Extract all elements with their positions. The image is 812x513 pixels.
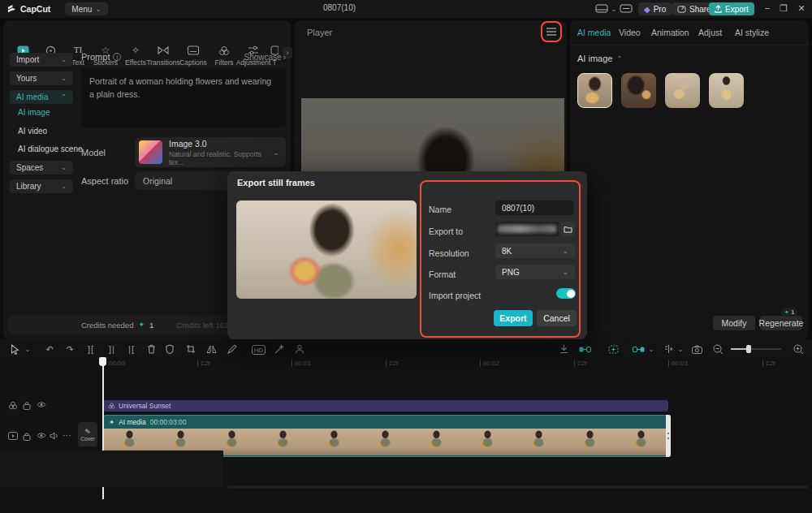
lock-icon[interactable] [23,401,31,410]
ruler-tick: 12f [386,360,398,367]
delete-right-icon[interactable]: |[ [125,343,138,356]
snapshot-camera-icon[interactable] [690,343,703,356]
name-input[interactable]: 0807(10) [495,200,574,215]
capcut-logo-icon [6,4,17,15]
dialog-cancel-button[interactable]: Cancel [537,310,577,326]
zoom-in-icon[interactable] [792,343,805,356]
track-head-footer [0,450,223,487]
dialog-export-button[interactable]: Export [494,310,533,326]
close-icon[interactable]: ✕ [793,3,810,14]
effect-icon [108,403,115,409]
showcase-link[interactable]: Showcase [244,53,282,62]
redo-icon[interactable]: ↷ [63,343,76,356]
info-icon: i [113,53,121,61]
mirror-icon[interactable] [205,343,218,356]
prompt-textarea[interactable]: Portrait of a woman holding flowers and … [81,68,286,128]
capcut-window: CapCut Menu⌄ 0807(10) ⌄ ◆Pro Share Expor… [0,0,812,513]
modify-button[interactable]: Modify [713,316,755,330]
upload-icon [715,5,722,13]
tab-ai-media[interactable]: AI media [577,28,611,37]
maximize-icon[interactable]: ❐ [775,3,792,14]
dialog-title: Export still frames [237,178,315,188]
crop-icon[interactable] [184,343,197,356]
browse-folder-button[interactable] [561,222,575,236]
sidebar-item-ai-video[interactable]: AI video [10,127,47,136]
chevron-down-icon[interactable]: ⌄ [674,343,687,356]
resolution-select[interactable]: 8K⌄ [495,244,575,258]
pen-icon[interactable] [226,343,239,356]
sidebar-item-ai-dialogue-scene[interactable]: AI dialogue scene [10,144,83,153]
preview-axis-icon[interactable] [662,343,675,356]
export-to-label: Export to [429,226,463,236]
hd-icon[interactable]: HD [252,345,266,355]
model-thumbnail [139,140,162,164]
tab-animation[interactable]: Animation [651,28,689,37]
magic-wand-icon[interactable] [273,343,286,356]
record-voiceover-icon[interactable] [557,343,570,356]
zoom-out-icon[interactable] [711,343,724,356]
sidebar-item-ai-media[interactable]: AI media⌃ [10,90,73,104]
keyframe-next-icon[interactable] [632,343,645,356]
sidebar-item-import[interactable]: Import⌄ [10,53,73,67]
sidebar-item-ai-image[interactable]: AI image [10,108,50,117]
mute-speaker-icon[interactable] [50,432,59,440]
split-icon[interactable]: ][ [84,343,97,356]
minimize-icon[interactable]: − [759,3,775,13]
effect-clip-universal-sunset[interactable]: Universal Sunset [103,400,668,412]
ruler-tick: 00:03 [668,360,688,367]
ai-image-section-label: AI image [577,54,612,63]
select-tool-icon[interactable] [8,343,21,356]
more-options-icon[interactable]: ⋯ [63,430,72,441]
eye-icon[interactable] [37,401,46,408]
person-icon[interactable] [293,343,306,356]
sidebar-item-yours[interactable]: Yours⌄ [10,71,73,85]
generated-image-thumbnail-1[interactable] [577,73,612,108]
delete-icon[interactable] [145,343,158,356]
playhead-handle[interactable] [99,357,106,366]
chevron-down-icon: ⌄ [61,183,67,190]
chevron-down-icon[interactable]: ⌄ [611,5,617,13]
export-to-input[interactable] [495,222,559,236]
sidebar-item-library[interactable]: Library⌄ [10,179,73,193]
cover-button[interactable]: ✎ Cover [78,422,97,446]
eye-icon[interactable] [37,432,46,439]
pro-badge[interactable]: ◆Pro [638,2,672,15]
generated-image-thumbnail-4[interactable] [709,73,744,108]
clip-trim-handle[interactable] [666,415,671,457]
app-name: CapCut [20,4,50,14]
format-select[interactable]: PNG⌄ [495,265,575,279]
panel-layout-icon[interactable] [620,4,633,13]
tab-video[interactable]: Video [619,28,641,37]
chevron-up-icon[interactable]: ⌃ [616,55,622,63]
sidebar-item-spaces[interactable]: Spaces⌄ [10,161,73,175]
keyframe-previous-icon[interactable] [578,343,591,356]
zoom-slider[interactable] [731,348,781,350]
horizontal-scrollbar[interactable] [227,485,808,489]
mask-icon[interactable] [163,343,176,356]
credits-left-link[interactable]: Credits left 162 [176,321,228,330]
delete-left-icon[interactable]: ]| [106,343,119,356]
chevron-down-icon: ⌄ [61,56,67,63]
tab-ai-stylize[interactable]: AI stylize [735,28,769,37]
aspect-ratio-label: Aspect ratio [81,176,128,186]
keyframe-add-icon[interactable] [607,343,620,356]
generated-image-thumbnail-2[interactable] [621,73,656,108]
generated-image-thumbnail-3[interactable] [665,73,700,108]
credit-star-icon: ✦ [138,321,145,329]
menu-button[interactable]: Menu⌄ [65,2,108,15]
import-project-toggle[interactable] [556,288,576,299]
chevron-down-icon[interactable]: ⌄ [645,343,658,356]
chevron-down-icon[interactable]: ⌄ [21,343,34,356]
player-menu-icon[interactable] [546,27,557,37]
layout-toggle-icon[interactable] [595,4,608,13]
zoom-slider-knob[interactable] [746,345,751,353]
undo-icon[interactable]: ↶ [43,343,56,356]
effect-track-icon [8,401,18,410]
chevron-down-icon: ⌄ [61,164,67,171]
lock-icon[interactable] [23,432,31,441]
ruler-tick: 12f [197,360,209,367]
tab-adjust[interactable]: Adjust [698,28,722,37]
model-select[interactable]: Image 3.0 Natural and realistic. Support… [135,137,286,167]
regenerate-button[interactable]: Regenerate [760,316,802,330]
export-button[interactable]: Export [709,2,754,15]
